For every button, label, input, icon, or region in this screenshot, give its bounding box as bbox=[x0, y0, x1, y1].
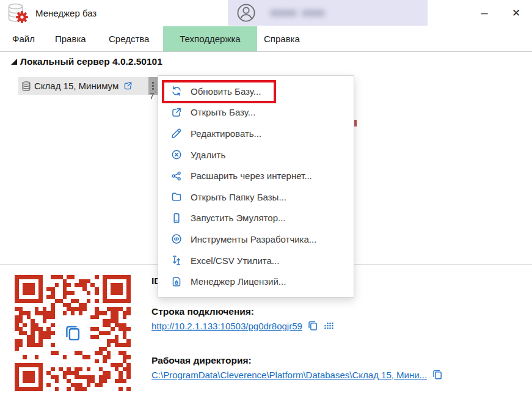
phone-icon bbox=[170, 212, 183, 224]
database-manager-window: Менеджер баз – ✕ Файл Правка Средства Те… bbox=[0, 0, 532, 396]
menu-item-run-emulator[interactable]: Запустить Эмулятор... bbox=[158, 208, 354, 229]
open-external-icon bbox=[170, 106, 183, 119]
menu-bar: Файл Правка Средства Техподдержка Справк… bbox=[0, 26, 532, 52]
menu-item-label: Открыть Базу... bbox=[191, 107, 255, 117]
menu-item-open-folder[interactable]: Открыть Папку Базы... bbox=[158, 186, 354, 208]
working-directory-heading: Рабочая директория: bbox=[151, 355, 252, 366]
account-name-redacted bbox=[270, 10, 325, 16]
menu-item-label: Инструменты Разработчика... bbox=[191, 234, 316, 244]
menu-item-refresh-database[interactable]: Обновить Базу... bbox=[158, 81, 354, 102]
qr-code bbox=[15, 275, 131, 391]
expander-icon[interactable] bbox=[11, 59, 17, 65]
menu-item-label: Excel/CSV Утилита... bbox=[191, 255, 279, 266]
occluded-text-fragment: 7 bbox=[150, 92, 154, 101]
menu-file[interactable]: Файл bbox=[12, 26, 35, 51]
working-directory-row: C:\ProgramData\Cleverence\Platform\Datab… bbox=[151, 369, 443, 381]
refresh-icon bbox=[170, 85, 183, 97]
connection-string-row: http://10.2.1.133:10503/pg0dr8ogjr59 bbox=[151, 320, 335, 332]
share-icon bbox=[170, 170, 183, 182]
app-icon bbox=[6, 2, 29, 24]
menu-edit[interactable]: Правка bbox=[55, 26, 86, 51]
menu-item-excel-csv-utility[interactable]: Excel/CSV Утилита... bbox=[158, 250, 354, 271]
arrows-updown-icon bbox=[170, 254, 183, 266]
minimize-button[interactable]: – bbox=[472, 0, 497, 26]
menu-item-label: Запустить Эмулятор... bbox=[191, 213, 286, 223]
menu-item-label: Редактировать... bbox=[191, 128, 261, 139]
menu-tools[interactable]: Средства bbox=[109, 26, 149, 51]
occluded-red-fragment bbox=[354, 120, 357, 127]
dots-grid-icon[interactable] bbox=[323, 320, 335, 332]
folder-icon bbox=[170, 191, 183, 203]
copy-directory-icon[interactable] bbox=[431, 369, 443, 381]
pencil-icon bbox=[170, 127, 183, 139]
connection-url-link[interactable]: http://10.2.1.133:10503/pg0dr8ogjr59 bbox=[151, 321, 302, 331]
person-icon bbox=[236, 2, 257, 23]
window-title: Менеджер баз bbox=[35, 0, 97, 26]
menu-support-active[interactable]: Техподдержка bbox=[163, 26, 257, 51]
menu-item-open-database[interactable]: Открыть Базу... bbox=[158, 102, 354, 123]
menu-item-label: Менеджер Лицензий... bbox=[191, 276, 286, 287]
database-icon bbox=[20, 80, 32, 92]
menu-item-developer-tools[interactable]: Инструменты Разработчика... bbox=[158, 229, 354, 250]
dismiss-circle-icon bbox=[170, 148, 183, 161]
menu-item-label: Открыть Папку Базы... bbox=[191, 192, 286, 202]
menu-item-label: Расшарить через интернет... bbox=[191, 170, 312, 181]
license-icon bbox=[170, 276, 183, 288]
menu-item-license-manager[interactable]: Менеджер Лицензий... bbox=[158, 271, 354, 292]
code-circle-icon bbox=[170, 233, 183, 245]
menu-item-delete-database[interactable]: Удалить bbox=[158, 144, 354, 166]
menu-item-label: Обновить Базу... bbox=[191, 86, 261, 97]
database-context-menu: Обновить Базу...Открыть Базу...Редактиро… bbox=[158, 75, 354, 298]
qr-copy-button[interactable] bbox=[57, 318, 88, 348]
menu-item-label: Удалить bbox=[191, 150, 225, 160]
menu-help[interactable]: Справка bbox=[264, 26, 300, 51]
menu-item-edit-database[interactable]: Редактировать... bbox=[158, 123, 354, 144]
close-button[interactable]: ✕ bbox=[503, 0, 529, 26]
connection-string-heading: Строка подключения: bbox=[151, 306, 254, 317]
account-button[interactable] bbox=[228, 0, 428, 26]
menu-item-share-internet[interactable]: Расшарить через интернет... bbox=[158, 165, 354, 186]
open-database-icon[interactable] bbox=[123, 81, 133, 91]
copy-connection-icon[interactable] bbox=[307, 320, 319, 332]
server-label: Локальный сервер 4.0.2.50101 bbox=[20, 56, 162, 67]
title-bar: Менеджер баз – ✕ bbox=[0, 0, 532, 26]
tree-item-database[interactable]: Склад 15, Минимум bbox=[18, 77, 148, 95]
directory-path-link[interactable]: C:\ProgramData\Cleverence\Platform\Datab… bbox=[151, 370, 427, 380]
tree-node-local-server[interactable]: Локальный сервер 4.0.2.50101 bbox=[11, 56, 162, 67]
database-name: Склад 15, Минимум bbox=[34, 81, 118, 91]
